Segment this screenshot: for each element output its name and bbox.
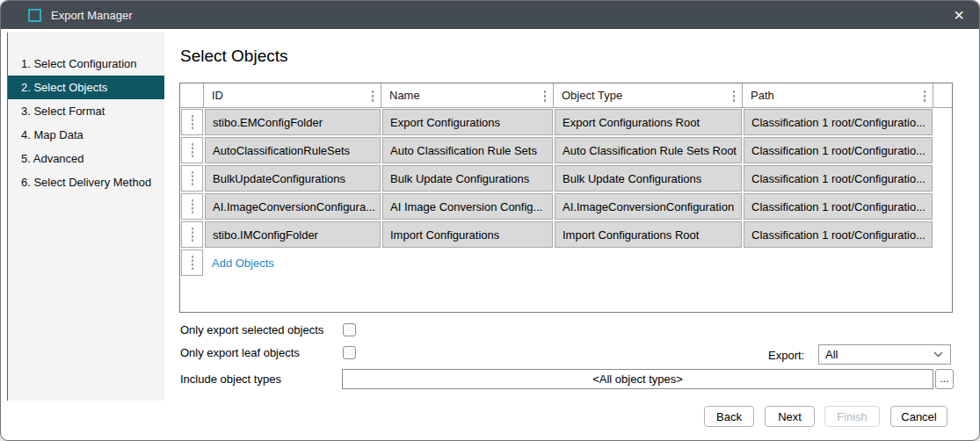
table-row[interactable]: AI.ImageConversionConfigura... AI Image … bbox=[180, 192, 952, 220]
title-bar[interactable]: Export Manager × bbox=[1, 1, 979, 29]
drag-handle-icon bbox=[191, 199, 194, 214]
cell-id[interactable]: stibo.IMConfigFolder bbox=[205, 221, 381, 248]
only-export-selected-checkbox[interactable] bbox=[343, 323, 356, 336]
table-row[interactable]: stibo.EMConfigFolder Export Configuratio… bbox=[180, 108, 952, 136]
include-object-types-label: Include object types bbox=[180, 372, 281, 386]
export-manager-window: Export Manager × 1. Select Configuration… bbox=[0, 0, 980, 441]
app-icon bbox=[28, 9, 41, 22]
cell-path[interactable]: Classification 1 root/Configuratio... bbox=[744, 109, 933, 135]
drag-handle-icon bbox=[191, 170, 194, 186]
column-menu-icon[interactable] bbox=[543, 90, 547, 102]
cell-path[interactable]: Classification 1 root/Configuratio... bbox=[744, 193, 933, 220]
cell-object-type[interactable]: Auto Classification Rule Sets Root bbox=[555, 137, 742, 163]
row-drag-handle[interactable] bbox=[181, 137, 203, 163]
include-object-types-field[interactable]: <All object types> bbox=[342, 369, 933, 389]
cell-object-type[interactable]: Export Configurations Root bbox=[555, 109, 742, 135]
export-select-value: All bbox=[825, 348, 838, 361]
browse-button[interactable]: ... bbox=[935, 369, 954, 389]
cell-path[interactable]: Classification 1 root/Configuratio... bbox=[744, 137, 933, 163]
column-label: ID bbox=[212, 89, 223, 102]
column-label: Name bbox=[389, 89, 420, 102]
only-export-selected-label: Only export selected objects bbox=[180, 323, 323, 336]
cell-object-type[interactable]: Import Configurations Root bbox=[555, 221, 742, 248]
table-row[interactable]: BulkUpdateConfigurations Bulk Update Con… bbox=[180, 164, 952, 192]
drag-handle-icon bbox=[191, 142, 194, 158]
sidebar-item-select-delivery-method[interactable]: 6. Select Delivery Method bbox=[8, 170, 164, 194]
cell-name[interactable]: Bulk Update Configurations bbox=[382, 165, 553, 192]
row-drag-handle[interactable] bbox=[181, 221, 203, 248]
only-export-leaf-checkbox[interactable] bbox=[343, 346, 356, 359]
column-header-object-type[interactable]: Object Type bbox=[554, 83, 743, 107]
add-objects-row: Add Objects bbox=[180, 249, 952, 277]
drag-handle-icon bbox=[191, 255, 194, 271]
add-objects-link[interactable]: Add Objects bbox=[212, 257, 274, 270]
chevron-down-icon bbox=[933, 351, 943, 358]
table-row[interactable]: stibo.IMConfigFolder Import Configuratio… bbox=[180, 220, 952, 249]
column-header-name[interactable]: Name bbox=[381, 83, 554, 107]
column-label: Object Type bbox=[562, 89, 622, 102]
table-row[interactable]: AutoClassificationRuleSets Auto Classifi… bbox=[180, 136, 952, 164]
cell-id[interactable]: BulkUpdateConfigurations bbox=[205, 165, 381, 192]
column-label: Path bbox=[751, 89, 774, 102]
sidebar-item-select-objects[interactable]: 2. Select Objects bbox=[8, 76, 164, 99]
drag-handle-icon bbox=[191, 114, 194, 130]
back-button[interactable]: Back bbox=[704, 406, 754, 427]
column-menu-icon[interactable] bbox=[923, 90, 926, 102]
drag-handle-icon bbox=[191, 227, 194, 242]
row-drag-handle[interactable] bbox=[181, 165, 203, 192]
cell-name[interactable]: Import Configurations bbox=[382, 221, 553, 248]
window-title: Export Manager bbox=[51, 9, 133, 22]
cell-object-type[interactable]: Bulk Update Configurations bbox=[555, 165, 742, 192]
objects-table: ID Name Object Type Path stibo.EMConfigF… bbox=[179, 83, 953, 313]
column-menu-icon[interactable] bbox=[371, 90, 374, 102]
cell-path[interactable]: Classification 1 root/Configuratio... bbox=[744, 221, 933, 248]
sidebar-item-select-configuration[interactable]: 1. Select Configuration bbox=[8, 52, 164, 76]
sidebar-item-advanced[interactable]: 5. Advanced bbox=[8, 147, 164, 170]
cell-path[interactable]: Classification 1 root/Configuratio... bbox=[744, 165, 933, 192]
cell-name[interactable]: AI Image Conversion Config... bbox=[382, 193, 553, 220]
row-drag-handle[interactable] bbox=[181, 193, 203, 220]
include-object-types-value: <All object types> bbox=[592, 372, 683, 386]
cell-name[interactable]: Auto Classification Rule Sets bbox=[382, 137, 553, 163]
cell-object-type[interactable]: AI.ImageConversionConfiguration bbox=[555, 193, 742, 220]
column-header-id[interactable]: ID bbox=[204, 83, 381, 107]
row-drag-handle[interactable] bbox=[181, 109, 203, 135]
sidebar-item-select-format[interactable]: 3. Select Format bbox=[8, 99, 164, 123]
row-drag-handle[interactable] bbox=[181, 249, 203, 276]
export-label: Export: bbox=[768, 349, 804, 362]
next-button[interactable]: Next bbox=[765, 406, 815, 427]
export-select[interactable]: All bbox=[818, 344, 951, 365]
column-menu-icon[interactable] bbox=[732, 90, 736, 102]
header-handle-column bbox=[180, 83, 204, 107]
column-header-path[interactable]: Path bbox=[743, 83, 933, 107]
cell-id[interactable]: stibo.EMConfigFolder bbox=[205, 109, 381, 135]
cell-name[interactable]: Export Configurations bbox=[382, 109, 553, 135]
wizard-steps-sidebar: 1. Select Configuration 2. Select Object… bbox=[7, 33, 164, 401]
cell-id[interactable]: AutoClassificationRuleSets bbox=[205, 137, 381, 163]
page-title: Select Objects bbox=[180, 47, 288, 66]
sidebar-item-map-data[interactable]: 4. Map Data bbox=[8, 123, 164, 147]
header-gutter bbox=[933, 83, 952, 107]
cancel-button[interactable]: Cancel bbox=[890, 406, 947, 427]
finish-button: Finish bbox=[824, 406, 880, 427]
cell-id[interactable]: AI.ImageConversionConfigura... bbox=[205, 193, 381, 220]
only-export-leaf-label: Only export leaf objects bbox=[180, 346, 300, 359]
table-header: ID Name Object Type Path bbox=[180, 83, 952, 108]
close-icon[interactable]: × bbox=[939, 1, 979, 29]
